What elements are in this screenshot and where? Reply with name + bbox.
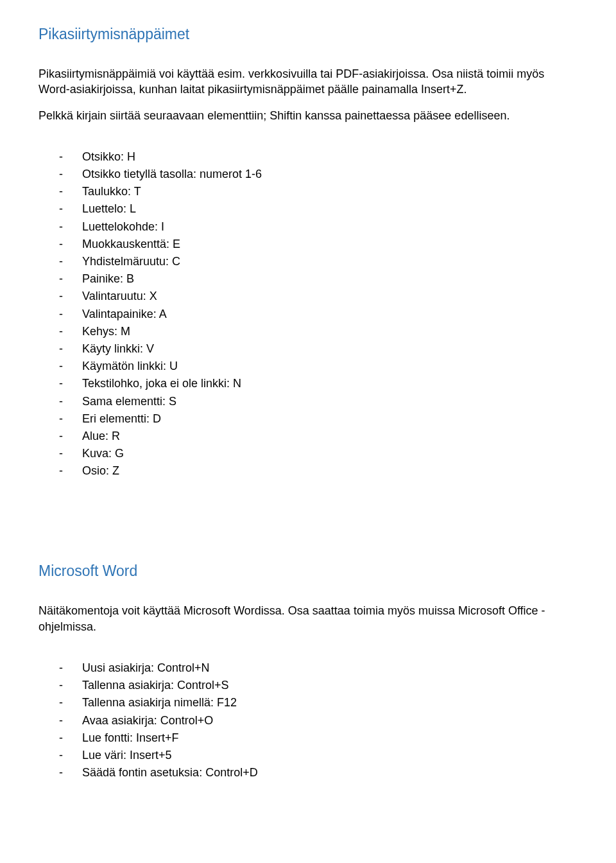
section-heading-word: Microsoft Word [38,562,578,580]
list-item: Luettelokohde: I [59,219,578,235]
section-heading-shortcuts: Pikasiirtymisnäppäimet [38,26,578,43]
list-item: Sama elementti: S [59,394,578,410]
list-item: Muokkauskenttä: E [59,236,578,252]
word-shortcuts-list: Uusi asiakirja: Control+NTallenna asiaki… [59,660,578,781]
list-item: Valintaruutu: X [59,288,578,304]
list-item: Otsikko: H [59,149,578,165]
list-item: Osio: Z [59,463,578,479]
list-item: Käyty linkki: V [59,341,578,357]
list-item: Painike: B [59,271,578,287]
shortcuts-list: Otsikko: HOtsikko tietyllä tasolla: nume… [59,149,578,480]
list-item: Uusi asiakirja: Control+N [59,660,578,676]
list-item: Taulukko: T [59,184,578,200]
list-item: Luettelo: L [59,201,578,217]
word-intro-paragraph: Näitäkomentoja voit käyttää Microsoft Wo… [38,603,578,634]
intro-paragraph-1: Pikasiirtymisnäppäimiä voi käyttää esim.… [38,66,578,98]
list-item: Käymätön linkki: U [59,358,578,374]
list-item: Alue: R [59,428,578,444]
list-item: Tallenna asiakirja nimellä: F12 [59,695,578,711]
list-item: Tallenna asiakirja: Control+S [59,677,578,693]
list-item: Kehys: M [59,324,578,340]
list-item: Säädä fontin asetuksia: Control+D [59,765,578,781]
list-item: Avaa asiakirja: Control+O [59,713,578,729]
list-item: Lue fontti: Insert+F [59,730,578,746]
list-item: Lue väri: Insert+5 [59,747,578,763]
list-item: Otsikko tietyllä tasolla: numerot 1-6 [59,166,578,182]
list-item: Valintapainike: A [59,306,578,322]
intro-paragraph-2: Pelkkä kirjain siirtää seuraavaan elemen… [38,108,578,123]
list-item: Eri elementti: D [59,411,578,427]
list-item: Yhdistelmäruutu: C [59,254,578,270]
list-item: Tekstilohko, joka ei ole linkki: N [59,376,578,392]
list-item: Kuva: G [59,446,578,462]
